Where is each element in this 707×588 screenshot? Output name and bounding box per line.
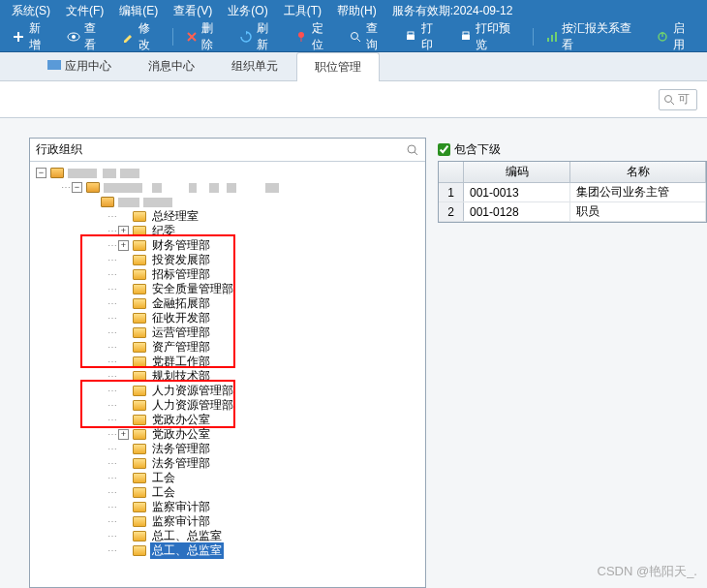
folder-icon	[133, 255, 146, 265]
menu-item[interactable]: 查看(V)	[166, 3, 220, 19]
toolbar-pin-button[interactable]: 定位	[287, 21, 342, 51]
svg-line-21	[415, 152, 417, 155]
tree-row[interactable]: ⋯党群工作部	[32, 355, 423, 369]
tree-row[interactable]: ⋯法务管理部	[32, 456, 423, 471]
table-row[interactable]: 1001-0013集团公司业务主管	[439, 183, 706, 202]
tree-spacer	[118, 502, 129, 512]
menu-item[interactable]: 系统(S)	[4, 3, 58, 19]
toolbar-x-button[interactable]: 删除	[177, 21, 232, 51]
tree-row[interactable]: ⋯工会	[32, 485, 423, 500]
menu-item[interactable]: 帮助(H)	[329, 3, 384, 19]
tree-row[interactable]: −	[32, 166, 423, 180]
tab-3[interactable]: 职位管理	[296, 52, 380, 81]
folder-icon	[133, 211, 146, 222]
toolbar-pencil-button[interactable]: 修改	[113, 21, 169, 51]
tree-row[interactable]: ⋯党政办公室	[32, 413, 423, 427]
svg-rect-16	[661, 32, 662, 37]
tree-row[interactable]: ⋯监察审计部	[32, 514, 423, 529]
tab-0[interactable]: 应用中心	[29, 51, 130, 80]
tree-spacer	[118, 342, 129, 353]
tree-row[interactable]: ⋯总工、总监室	[32, 529, 423, 543]
tree-row[interactable]: ⋯资产管理部	[32, 340, 423, 355]
folder-icon	[86, 182, 100, 193]
tree-filter-input[interactable]	[36, 143, 419, 157]
include-sub-label: 包含下级	[454, 141, 501, 158]
tree-row[interactable]: ⋯−	[32, 180, 423, 195]
tree-row[interactable]: ⋯+纪委	[32, 224, 423, 238]
include-sub-checkbox[interactable]	[438, 143, 450, 156]
tree-row[interactable]: ⋯总工、总监室	[32, 543, 423, 558]
tree-row[interactable]: ⋯人力资源管理部	[32, 384, 423, 398]
menu-item[interactable]: 编辑(E)	[111, 3, 166, 19]
collapse-icon[interactable]: −	[36, 168, 46, 178]
folder-icon	[133, 487, 146, 498]
toolbar-power-button[interactable]: 启用	[648, 21, 703, 51]
expand-icon[interactable]: +	[118, 240, 129, 251]
menu-item[interactable]: 文件(F)	[58, 3, 111, 19]
toolbar-printer-button[interactable]: 打印预览	[451, 21, 529, 51]
tree-spacer	[118, 269, 129, 280]
toolbar-eye-button[interactable]: 查看	[59, 21, 114, 51]
tab-2[interactable]: 组织单元	[213, 51, 296, 80]
tree-row[interactable]: ⋯征收开发部	[32, 311, 423, 325]
folder-icon	[133, 342, 146, 353]
cell-code: 001-0128	[464, 202, 570, 221]
tree-row[interactable]: ⋯投资发展部	[32, 253, 423, 267]
org-tree[interactable]: −⋯−⋯总经理室⋯+纪委⋯+财务管理部⋯投资发展部⋯招标管理部⋯安全质量管理部⋯…	[30, 162, 425, 587]
expand-icon[interactable]: +	[118, 226, 129, 236]
x-icon	[185, 30, 199, 44]
tab-1[interactable]: 消息中心	[130, 51, 213, 80]
tree-row[interactable]: ⋯监察审计部	[32, 500, 423, 514]
toolbar-button-label: 删除	[201, 20, 224, 53]
refresh-icon	[239, 30, 253, 44]
search-box[interactable]: 可	[659, 89, 697, 110]
tree-row[interactable]: ⋯+财务管理部	[32, 238, 423, 253]
grid-header-name[interactable]: 名称	[570, 162, 706, 182]
menu-item[interactable]: 业务(O)	[220, 3, 275, 19]
expand-icon[interactable]: +	[118, 429, 129, 440]
row-number: 2	[439, 202, 464, 221]
searchbar: 可	[0, 81, 707, 118]
toolbar-refresh-button[interactable]: 刷新	[231, 21, 287, 51]
search-icon[interactable]	[406, 143, 419, 157]
folder-icon	[50, 168, 64, 178]
toolbar-search-button[interactable]: 查询	[342, 21, 397, 51]
tree-row[interactable]: ⋯工会	[32, 471, 423, 485]
folder-icon	[133, 400, 146, 411]
menu-item[interactable]: 工具(T)	[276, 3, 329, 19]
tree-row[interactable]: ⋯总经理室	[32, 209, 423, 224]
tree-spacer	[118, 211, 129, 222]
grid-header-rownum[interactable]	[439, 162, 464, 182]
redacted-text	[209, 183, 219, 193]
folder-icon	[133, 429, 146, 440]
search-icon	[350, 30, 363, 44]
toolbar-chart-button[interactable]: 按汇报关系查看	[538, 21, 649, 51]
table-row[interactable]: 2001-0128职员	[439, 202, 706, 222]
toolbar-button-label: 打印	[421, 20, 444, 53]
collapse-icon[interactable]: −	[72, 182, 82, 193]
folder-icon	[133, 531, 146, 542]
svg-rect-5	[300, 37, 301, 42]
tree-row[interactable]	[32, 195, 423, 209]
cell-name: 集团公司业务主管	[570, 183, 706, 201]
cell-code: 001-0013	[464, 183, 570, 201]
toolbar-button-label: 修改	[138, 20, 161, 53]
toolbar-printer-button[interactable]: 打印	[396, 21, 451, 51]
svg-point-3	[72, 35, 76, 39]
toolbar-plus-button[interactable]: 新增	[4, 21, 59, 51]
grid-header-code[interactable]: 编码	[464, 162, 570, 182]
tree-row[interactable]: ⋯法务管理部	[32, 442, 423, 456]
tree-row[interactable]: ⋯金融拓展部	[32, 296, 423, 311]
cell-name: 职员	[570, 202, 706, 221]
tree-row[interactable]: ⋯人力资源管理部	[32, 398, 423, 413]
tree-spacer	[118, 487, 129, 498]
redacted-text	[103, 169, 116, 178]
tree-row[interactable]: ⋯安全质量管理部	[32, 282, 423, 296]
svg-point-6	[352, 32, 358, 39]
plus-icon	[12, 30, 25, 44]
position-grid: 编码 名称 1001-0013集团公司业务主管2001-0128职员	[438, 161, 707, 223]
tree-row[interactable]: ⋯规划技术部	[32, 369, 423, 384]
tree-row[interactable]: ⋯招标管理部	[32, 267, 423, 282]
tree-row[interactable]: ⋯运营管理部	[32, 325, 423, 340]
tree-row[interactable]: ⋯+党政办公室	[32, 427, 423, 442]
